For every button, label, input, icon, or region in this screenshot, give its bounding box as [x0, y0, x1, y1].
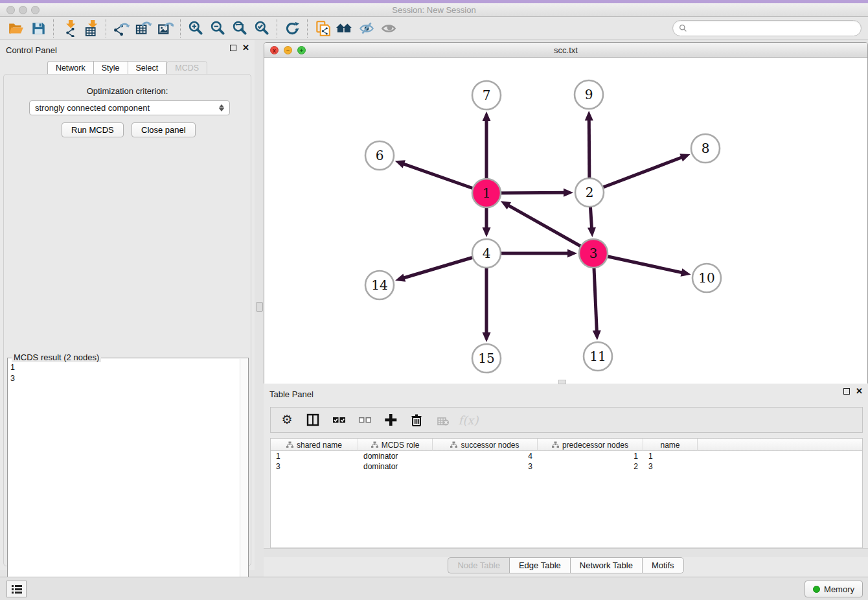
table-panel-title: Table Panel [269, 389, 314, 399]
network-window-titlebar[interactable]: x − + scc.txt [264, 43, 867, 58]
tab-style[interactable]: Style [93, 61, 128, 75]
zoom-selected-icon[interactable] [251, 19, 273, 38]
cell-successor-nodes[interactable]: 4 [433, 452, 538, 461]
close-panel-icon[interactable]: ✕ [242, 45, 249, 51]
toolbar-separator [180, 19, 181, 38]
cell-shared-name[interactable]: 3 [271, 462, 358, 471]
table-panel: Table Panel ✕ ⚙f(x) shared nameMCDS role… [264, 384, 868, 577]
result-scrollbar[interactable] [240, 359, 247, 600]
minimize-view-icon[interactable]: − [284, 46, 292, 54]
svg-text:2: 2 [586, 185, 594, 200]
edge-2-8[interactable] [589, 154, 691, 192]
cell-MCDS-role[interactable]: dominator [358, 452, 433, 461]
import-network-icon[interactable] [58, 19, 80, 38]
node-11[interactable]: 11 [584, 342, 612, 371]
select-all-checkboxes-icon[interactable] [330, 411, 347, 428]
tab-node-table[interactable]: Node Table [448, 557, 509, 573]
column-header-predecessor-nodes[interactable]: predecessor nodes [538, 439, 643, 451]
node-8[interactable]: 8 [691, 134, 720, 163]
node-2[interactable]: 2 [575, 178, 604, 207]
tab-network[interactable]: Network [47, 61, 93, 75]
zoom-window-icon[interactable] [31, 6, 40, 14]
close-view-icon[interactable]: x [270, 46, 279, 54]
tab-network-table[interactable]: Network Table [570, 557, 642, 573]
add-row-icon[interactable] [382, 411, 399, 428]
column-header-successor-nodes[interactable]: successor nodes [433, 439, 538, 451]
search-box[interactable] [672, 20, 862, 36]
column-header-name[interactable]: name [643, 439, 698, 451]
criterion-select[interactable]: strongly connected component [29, 100, 230, 115]
maximize-view-icon[interactable]: + [297, 46, 306, 54]
export-table-icon[interactable] [132, 19, 154, 38]
open-session-icon[interactable] [5, 19, 27, 38]
hide-graphics-icon[interactable] [356, 19, 378, 38]
save-session-icon[interactable] [27, 19, 49, 38]
node-7[interactable]: 7 [472, 81, 501, 110]
zoom-fit-icon[interactable] [229, 19, 251, 38]
svg-text:10: 10 [698, 270, 714, 286]
table-scrollbar-strip[interactable] [264, 548, 868, 557]
function-builder-icon: f(x) [460, 411, 477, 428]
table-settings-gear-icon[interactable]: ⚙ [279, 411, 295, 428]
svg-text:1: 1 [483, 185, 491, 201]
float-panel-icon[interactable] [230, 45, 236, 51]
node-14[interactable]: 14 [365, 271, 394, 299]
deselect-all-checkboxes-icon[interactable] [356, 411, 373, 428]
tab-motifs[interactable]: Motifs [642, 557, 684, 573]
cell-successor-nodes[interactable]: 3 [433, 462, 538, 471]
show-graphics-icon[interactable] [378, 19, 400, 38]
minimize-window-icon[interactable] [19, 6, 27, 14]
tab-edge-table[interactable]: Edge Table [509, 557, 570, 573]
node-15[interactable]: 15 [472, 344, 501, 373]
home-icon[interactable] [334, 19, 356, 38]
clipboard-network-icon[interactable] [312, 19, 334, 38]
column-header-shared-name[interactable]: shared name [271, 439, 358, 451]
cell-shared-name[interactable]: 1 [271, 452, 358, 461]
close-table-panel-icon[interactable]: ✕ [856, 388, 863, 395]
search-input[interactable] [690, 22, 861, 35]
tab-select[interactable]: Select [128, 61, 167, 75]
cell-name[interactable]: 1 [643, 452, 698, 461]
edge-3-1[interactable] [501, 201, 593, 253]
cell-predecessor-nodes[interactable]: 1 [538, 452, 643, 461]
refresh-layout-icon[interactable] [281, 19, 303, 38]
zoom-in-icon[interactable] [185, 19, 207, 38]
tab-mcds[interactable]: MCDS [166, 61, 207, 75]
node-6[interactable]: 6 [365, 141, 394, 170]
node-1[interactable]: 1 [472, 179, 501, 207]
import-table-icon[interactable] [80, 19, 102, 38]
cell-name[interactable]: 3 [643, 462, 698, 471]
memory-button[interactable]: Memory [805, 581, 863, 597]
column-header-MCDS-role[interactable]: MCDS role [358, 439, 433, 451]
task-history-button[interactable] [6, 581, 27, 597]
node-table[interactable]: shared nameMCDS rolesuccessor nodesprede… [270, 438, 863, 548]
network-canvas[interactable]: 1234678910111415 [264, 58, 867, 384]
svg-text:4: 4 [483, 246, 491, 261]
result-line: 1 [10, 362, 15, 373]
table-row[interactable]: 3dominator323 [271, 461, 862, 472]
export-image-icon[interactable] [154, 19, 176, 38]
close-panel-button[interactable]: Close panel [131, 122, 196, 137]
close-window-icon[interactable] [6, 6, 15, 14]
node-3[interactable]: 3 [579, 239, 608, 268]
toggle-column-icon[interactable] [304, 411, 321, 428]
mcds-panel: Optimization criterion: strongly connect… [3, 74, 251, 566]
app-titlebar[interactable]: Session: New Session [0, 3, 868, 17]
optimization-criterion-label: Optimization criterion: [4, 86, 251, 96]
cell-predecessor-nodes[interactable]: 2 [538, 462, 643, 471]
horizontal-splitter-handle[interactable] [558, 380, 566, 384]
node-10[interactable]: 10 [692, 264, 721, 292]
zoom-out-icon[interactable] [207, 19, 229, 38]
table-row[interactable]: 1dominator411 [271, 451, 862, 461]
export-network-icon[interactable] [110, 19, 132, 38]
run-mcds-button[interactable]: Run MCDS [62, 122, 124, 137]
delete-row-icon[interactable] [408, 411, 425, 428]
column-hierarchy-icon [371, 441, 378, 448]
vertical-splitter-handle[interactable] [256, 302, 263, 312]
node-4[interactable]: 4 [472, 239, 501, 268]
control-panel-tabs: NetworkStyleSelectMCDS [0, 61, 255, 75]
cell-MCDS-role[interactable]: dominator [358, 462, 433, 471]
float-table-panel-icon[interactable] [843, 388, 850, 395]
node-9[interactable]: 9 [575, 80, 603, 109]
svg-text:14: 14 [371, 277, 387, 293]
